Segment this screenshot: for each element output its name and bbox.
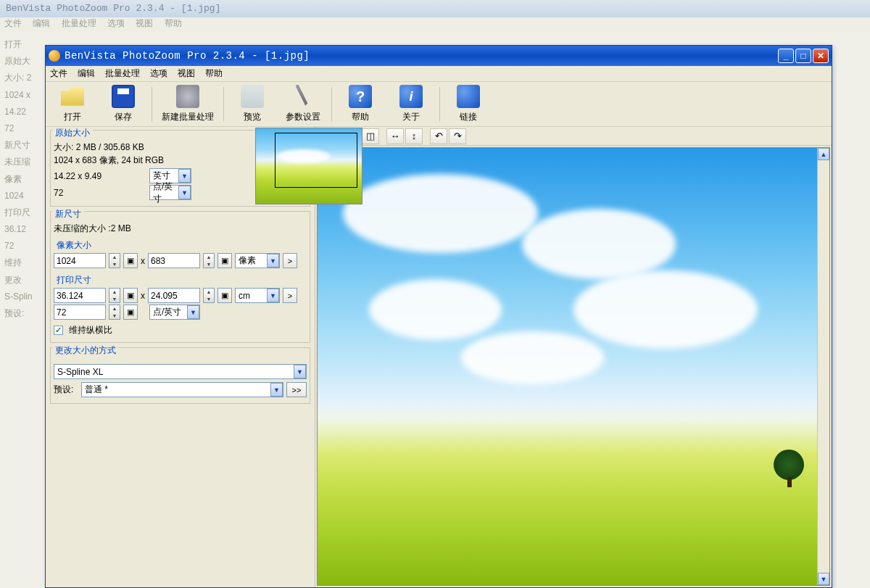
spinner[interactable]: ▲▼ bbox=[109, 288, 120, 303]
flip-h-tool[interactable]: ↔ bbox=[386, 128, 404, 144]
width-cm-input[interactable] bbox=[54, 288, 106, 303]
flip-v-tool[interactable]: ↕ bbox=[405, 128, 423, 144]
chevron-down-icon: ▼ bbox=[178, 169, 191, 183]
bg-left-panel: 打开原始大 大小: 21024 x 14.2272 新尺寸未压缩 像素1024 … bbox=[0, 33, 51, 328]
lock-button[interactable]: ▣ bbox=[123, 305, 138, 320]
rotate-right-tool[interactable]: ↷ bbox=[449, 128, 466, 144]
settings-icon bbox=[291, 85, 315, 108]
x-label: x bbox=[141, 256, 145, 266]
menubar: 文件 编辑 批量处理 选项 视图 帮助 bbox=[46, 66, 832, 82]
app-icon bbox=[49, 50, 60, 62]
lock-button[interactable]: ▣ bbox=[123, 253, 138, 268]
height-cm-input[interactable] bbox=[148, 288, 200, 303]
chevron-down-icon: ▼ bbox=[187, 305, 199, 319]
new-size-legend: 新尺寸 bbox=[52, 208, 84, 220]
go-button[interactable]: > bbox=[283, 253, 297, 268]
resize-method-legend: 更改大小的方式 bbox=[52, 344, 119, 357]
close-button[interactable]: ✕ bbox=[813, 49, 829, 63]
spinner[interactable]: ▲▼ bbox=[109, 253, 120, 268]
navigator-thumbnail[interactable] bbox=[255, 128, 362, 204]
about-icon bbox=[399, 85, 423, 108]
px-unit-select[interactable]: 像素▼ bbox=[235, 253, 280, 268]
scroll-up-icon[interactable]: ▲ bbox=[818, 148, 829, 160]
bg-titlebar: BenVista PhotoZoom Pro 2.3.4 - [1.jpg] bbox=[0, 0, 870, 17]
preset-label: 预设: bbox=[54, 384, 78, 396]
keep-ratio-checkbox[interactable]: ✓ bbox=[54, 326, 63, 335]
settings-button[interactable]: 参数设置 bbox=[278, 84, 328, 125]
link-button[interactable]: 链接 bbox=[443, 84, 494, 125]
preset-select[interactable]: 普通 *▼ bbox=[81, 382, 283, 397]
cloud-decoration bbox=[343, 174, 537, 253]
uncompressed-text: 未压缩的大小 :2 MB bbox=[54, 223, 131, 233]
dpi-unit-select[interactable]: 点/英寸▼ bbox=[149, 305, 200, 320]
open-button[interactable]: 打开 bbox=[47, 84, 98, 125]
preview-area: ✋ ▦ ◫ ↔ ↕ ↶ ↷ ▲ ▼ bbox=[315, 127, 832, 587]
cloud-decoration bbox=[277, 149, 330, 163]
cloud-decoration bbox=[522, 209, 676, 278]
app-window: BenVista PhotoZoom Pro 2.3.4 - [1.jpg] _… bbox=[45, 45, 832, 588]
menu-batch[interactable]: 批量处理 bbox=[105, 67, 140, 80]
preview-button[interactable]: 预览 bbox=[227, 84, 278, 125]
cloud-decoration bbox=[573, 270, 758, 349]
batch-icon bbox=[176, 85, 199, 108]
cm-unit-select[interactable]: cm▼ bbox=[235, 288, 280, 303]
menu-view[interactable]: 视图 bbox=[178, 67, 195, 80]
menu-help[interactable]: 帮助 bbox=[205, 67, 223, 80]
batch-button[interactable]: 新建批量处理 bbox=[155, 84, 220, 125]
scroll-down-icon[interactable]: ▼ bbox=[818, 573, 829, 585]
about-button[interactable]: 关于 bbox=[386, 84, 436, 125]
chevron-down-icon: ▼ bbox=[267, 289, 279, 302]
separator bbox=[152, 87, 152, 122]
preview-image[interactable]: ▲ ▼ bbox=[317, 147, 830, 586]
menu-file[interactable]: 文件 bbox=[50, 67, 67, 80]
maximize-button[interactable]: □ bbox=[795, 49, 811, 63]
lock-button[interactable]: ▣ bbox=[218, 253, 232, 268]
pixel-size-legend: 像素大小 bbox=[57, 239, 307, 252]
menu-edit[interactable]: 编辑 bbox=[78, 67, 95, 80]
original-dpi-unit-select[interactable]: 点/英寸▼ bbox=[149, 185, 191, 200]
open-icon bbox=[61, 85, 84, 108]
minimize-button[interactable]: _ bbox=[778, 49, 794, 63]
spinner[interactable]: ▲▼ bbox=[203, 253, 215, 268]
spinner[interactable]: ▲▼ bbox=[203, 288, 215, 303]
lock-button[interactable]: ▣ bbox=[218, 288, 232, 303]
vertical-scrollbar[interactable]: ▲ ▼ bbox=[817, 148, 829, 585]
bg-menubar: 文件 编辑 批量处理 选项 视图 帮助 bbox=[0, 17, 870, 32]
bg-menu-item: 批量处理 bbox=[62, 18, 96, 28]
chevron-down-icon: ▼ bbox=[294, 365, 306, 378]
preview-toolbar: ✋ ▦ ◫ ↔ ↕ ↶ ↷ bbox=[315, 127, 832, 146]
separator bbox=[331, 87, 332, 122]
tree-decoration bbox=[774, 450, 804, 480]
height-px-input[interactable] bbox=[148, 253, 200, 268]
help-button[interactable]: 帮助 bbox=[335, 84, 386, 125]
crop-tool[interactable]: ◫ bbox=[362, 128, 379, 144]
original-inch-text: 14.22 x 9.49 bbox=[54, 171, 146, 181]
link-icon bbox=[457, 85, 480, 108]
method-select[interactable]: S-Spline XL▼ bbox=[54, 364, 307, 379]
spinner[interactable]: ▲▼ bbox=[109, 305, 120, 320]
bg-menu-item: 帮助 bbox=[165, 18, 182, 28]
original-dpi-text: 72 bbox=[54, 188, 146, 198]
original-legend: 原始大小 bbox=[52, 127, 93, 139]
width-px-input[interactable] bbox=[54, 253, 106, 268]
help-icon bbox=[349, 85, 372, 108]
rotate-left-tool[interactable]: ↶ bbox=[430, 128, 447, 144]
x-label: x bbox=[141, 291, 145, 301]
bg-menu-item: 选项 bbox=[107, 18, 125, 28]
separator bbox=[223, 87, 224, 122]
title-text: BenVista PhotoZoom Pro 2.3.4 - [1.jpg] bbox=[65, 50, 778, 62]
resize-method-group: 更改大小的方式 S-Spline XL▼ 预设: 普通 *▼ >> bbox=[50, 347, 310, 404]
dpi-input[interactable] bbox=[54, 305, 106, 320]
titlebar[interactable]: BenVista PhotoZoom Pro 2.3.4 - [1.jpg] _… bbox=[46, 46, 832, 66]
cloud-decoration bbox=[461, 331, 605, 384]
bg-menu-item: 编辑 bbox=[33, 18, 50, 28]
preset-apply-button[interactable]: >> bbox=[286, 382, 307, 397]
save-button[interactable]: 保存 bbox=[98, 84, 149, 125]
go-button[interactable]: > bbox=[283, 288, 297, 303]
lock-button[interactable]: ▣ bbox=[123, 288, 138, 303]
keep-ratio-label: 维持纵横比 bbox=[69, 324, 112, 336]
bg-menu-item: 视图 bbox=[136, 18, 153, 28]
chevron-down-icon: ▼ bbox=[178, 186, 191, 199]
menu-options[interactable]: 选项 bbox=[150, 67, 167, 80]
cloud-decoration bbox=[369, 279, 502, 340]
